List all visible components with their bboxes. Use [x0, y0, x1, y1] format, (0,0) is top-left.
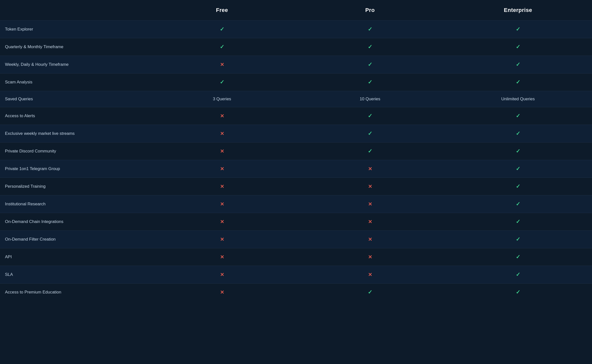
check-icon: ✓	[516, 289, 520, 295]
feature-label: Private Discord Community	[0, 143, 148, 160]
check-icon: ✓	[516, 61, 520, 68]
cross-icon: ✕	[220, 184, 224, 189]
free-value: ✓	[148, 73, 296, 91]
enterprise-value: ✓	[444, 231, 592, 248]
enterprise-value: Unlimited Queries	[444, 91, 592, 107]
table-row: Private Discord Community✕✓✓	[0, 143, 592, 160]
free-value: ✕	[148, 266, 296, 284]
table-row: Private 1on1 Telegram Group✕✕✓	[0, 160, 592, 178]
check-icon: ✓	[516, 271, 520, 278]
enterprise-value: ✓	[444, 195, 592, 213]
pro-value: ✓	[296, 73, 444, 91]
cross-icon: ✕	[220, 219, 224, 224]
enterprise-value: ✓	[444, 143, 592, 160]
free-value: ✕	[148, 125, 296, 143]
cross-icon: ✕	[368, 237, 372, 242]
pro-value: ✕	[296, 266, 444, 284]
pro-value: ✓	[296, 125, 444, 143]
check-icon: ✓	[368, 79, 372, 85]
feature-label: Access to Alerts	[0, 107, 148, 125]
free-value: 3 Queries	[148, 91, 296, 107]
free-plan-header: Free	[148, 0, 296, 21]
pro-value: ✓	[296, 56, 444, 73]
enterprise-value: ✓	[444, 125, 592, 143]
enterprise-value: ✓	[444, 178, 592, 195]
check-icon: ✓	[516, 26, 520, 32]
pro-value: ✕	[296, 248, 444, 266]
table-row: Institutional Research✕✕✓	[0, 195, 592, 213]
enterprise-value: ✓	[444, 160, 592, 178]
check-icon: ✓	[368, 130, 372, 137]
feature-label: Exclusive weekly market live streams	[0, 125, 148, 143]
table-row: Saved Queries3 Queries10 QueriesUnlimite…	[0, 91, 592, 107]
check-icon: ✓	[516, 254, 520, 260]
check-icon: ✓	[220, 79, 224, 85]
check-icon: ✓	[516, 166, 520, 172]
cross-icon: ✕	[220, 254, 224, 260]
free-value: ✕	[148, 107, 296, 125]
cross-icon: ✕	[220, 113, 224, 119]
table-row: API✕✕✓	[0, 248, 592, 266]
feature-label: Personalized Training	[0, 178, 148, 195]
feature-label: Scam Analysis	[0, 73, 148, 91]
feature-label: Private 1on1 Telegram Group	[0, 160, 148, 178]
check-icon: ✓	[516, 183, 520, 189]
table-row: Weekly, Daily & Hourly Timeframe✕✓✓	[0, 56, 592, 73]
free-value: ✕	[148, 143, 296, 160]
cross-icon: ✕	[220, 131, 224, 136]
free-value: ✕	[148, 56, 296, 73]
cross-icon: ✕	[368, 254, 372, 260]
cross-icon: ✕	[220, 201, 224, 207]
cross-icon: ✕	[220, 148, 224, 154]
enterprise-value: ✓	[444, 284, 592, 301]
cross-icon: ✕	[220, 272, 224, 277]
text-value: Unlimited Queries	[501, 97, 535, 101]
feature-label: Token Explorer	[0, 21, 148, 38]
table-row: Access to Alerts✕✓✓	[0, 107, 592, 125]
feature-label: Quarterly & Monthly Timeframe	[0, 38, 148, 56]
free-value: ✕	[148, 195, 296, 213]
table-row: Exclusive weekly market live streams✕✓✓	[0, 125, 592, 143]
table-row: On-Demand Chain Integrations✕✕✓	[0, 213, 592, 231]
check-icon: ✓	[220, 26, 224, 32]
check-icon: ✓	[516, 44, 520, 50]
pro-value: ✓	[296, 143, 444, 160]
free-value: ✕	[148, 178, 296, 195]
pricing-table: Free Pro Enterprise Token Explorer✓✓✓Qua…	[0, 0, 592, 301]
table-row: Quarterly & Monthly Timeframe✓✓✓	[0, 38, 592, 56]
table-row: On-Demand Filter Creation✕✕✓	[0, 231, 592, 248]
check-icon: ✓	[516, 79, 520, 85]
pro-value: ✕	[296, 195, 444, 213]
pro-value: ✓	[296, 107, 444, 125]
enterprise-value: ✓	[444, 107, 592, 125]
table-row: Token Explorer✓✓✓	[0, 21, 592, 38]
check-icon: ✓	[368, 61, 372, 68]
cross-icon: ✕	[220, 62, 224, 67]
feature-column-header	[0, 0, 148, 21]
enterprise-value: ✓	[444, 248, 592, 266]
check-icon: ✓	[368, 44, 372, 50]
free-value: ✕	[148, 160, 296, 178]
pro-value: 10 Queries	[296, 91, 444, 107]
cross-icon: ✕	[368, 166, 372, 172]
table-row: Access to Premium Education✕✓✓	[0, 284, 592, 301]
feature-label: On-Demand Chain Integrations	[0, 213, 148, 231]
feature-label: Access to Premium Education	[0, 284, 148, 301]
pro-value: ✓	[296, 21, 444, 38]
check-icon: ✓	[368, 26, 372, 32]
free-value: ✓	[148, 38, 296, 56]
pro-value: ✕	[296, 160, 444, 178]
table-row: Personalized Training✕✕✓	[0, 178, 592, 195]
enterprise-value: ✓	[444, 21, 592, 38]
enterprise-value: ✓	[444, 38, 592, 56]
pro-value: ✓	[296, 284, 444, 301]
cross-icon: ✕	[368, 201, 372, 207]
feature-label: Weekly, Daily & Hourly Timeframe	[0, 56, 148, 73]
check-icon: ✓	[516, 218, 520, 225]
cross-icon: ✕	[220, 166, 224, 172]
free-value: ✕	[148, 284, 296, 301]
text-value: 10 Queries	[360, 97, 380, 101]
feature-label: API	[0, 248, 148, 266]
pro-plan-header: Pro	[296, 0, 444, 21]
enterprise-value: ✓	[444, 73, 592, 91]
